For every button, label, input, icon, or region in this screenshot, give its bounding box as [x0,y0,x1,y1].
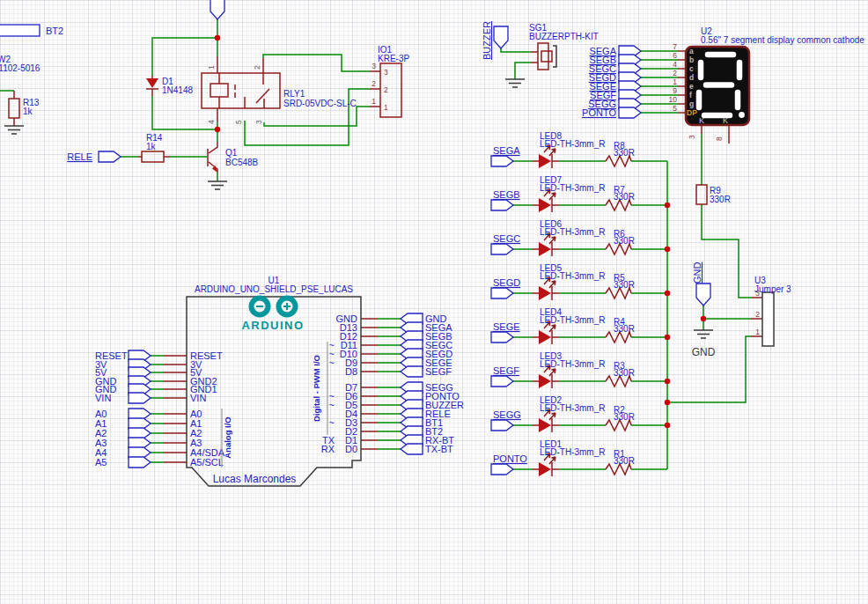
led-part[interactable]: LED-TH-3mm_R [540,447,605,457]
segment-letter-c: c [689,64,694,73]
q1-ref[interactable]: Q1 [225,148,238,158]
buzzer-net-flag[interactable] [494,26,508,48]
net-flag[interactable] [129,393,151,403]
io1-part[interactable]: KRE-3P [378,54,409,63]
led-row-net[interactable]: SEGC [493,233,520,244]
net-flag[interactable] [491,244,513,254]
diode-d1[interactable] [146,78,158,88]
w2-part-label[interactable]: -1102-5016 [0,63,40,73]
led-row-net[interactable]: SEGA [493,145,520,156]
led-part[interactable]: LED-TH-3mm_R [540,227,605,237]
led-row-net[interactable]: SEGE [493,321,520,332]
led-part[interactable]: LED-TH-3mm_R [540,359,605,369]
jumper-u3[interactable] [762,292,774,346]
bt2-net-label[interactable]: BT2 [46,26,63,36]
led-part[interactable]: LED-TH-3mm_R [540,271,605,281]
net-flag[interactable] [129,418,151,429]
net-flag[interactable] [491,332,513,343]
led-row-net[interactable]: SEGB [493,189,520,200]
d1-part[interactable]: 1N4148 [162,85,193,95]
rly1-part[interactable]: SRD-05VDC-SL-C [283,99,357,108]
net-flag[interactable] [401,366,423,377]
res-value[interactable]: 330R [614,412,635,422]
res-value[interactable]: 330R [614,148,635,158]
sg1-part[interactable]: BUZZERPTH-KIT [529,32,599,41]
res-value[interactable]: 330R [614,456,635,466]
transistor-q1[interactable] [208,142,217,173]
net-flag[interactable] [491,200,513,210]
net-flag[interactable] [129,457,151,468]
net-flag[interactable] [491,464,513,475]
res-value[interactable]: 330R [614,236,635,246]
ground-symbol[interactable] [505,79,525,87]
resistor-r14[interactable] [142,151,164,162]
net-flag[interactable] [401,444,423,454]
led-part[interactable]: LED-TH-3mm_R [540,139,605,149]
arduino-signature[interactable]: Lucas Marcondes [213,473,297,485]
u3-pin1-number: 1 [755,328,760,336]
led-row-net[interactable]: PONTO [493,453,527,464]
resistor-r13[interactable] [9,99,19,118]
led-part[interactable]: LED-TH-3mm_R [540,403,605,413]
rly1-pin3-number: 3 [254,120,263,124]
ground-symbol[interactable] [4,126,24,134]
u2-pin-number: 5 [673,104,677,113]
res-value[interactable]: 330R [614,324,635,334]
rele-net-label[interactable]: RELE [67,151,92,162]
io1-pin2-number: 2 [371,79,376,88]
led-row-net[interactable]: SEGD [493,277,520,288]
rele-net-flag[interactable] [99,151,121,162]
net-flag[interactable] [129,447,151,458]
net-flag[interactable] [129,438,151,448]
res-value[interactable]: 330R [614,280,635,290]
gnd-text-label[interactable]: GND [692,346,716,358]
power-net-flag-top[interactable] [210,0,224,19]
net-flag[interactable] [491,288,513,298]
pin-vin: VIN [190,393,206,403]
relay-rly1[interactable] [202,73,280,108]
port-segf[interactable]: SEGF [425,366,452,377]
net-flag[interactable] [491,376,513,387]
r9-value[interactable]: 330R [710,195,731,204]
u2-pin-number: 2 [673,69,677,77]
ground-symbol[interactable] [694,330,713,338]
ground-symbol[interactable] [208,181,227,189]
r13-value[interactable]: 1k [23,107,33,116]
net-flag[interactable] [129,428,151,438]
rly1-ref[interactable]: RLY1 [283,89,305,99]
q1-part[interactable]: BC548B [225,158,259,167]
u2-pin-number: 6 [673,51,677,60]
resistor-r9[interactable] [696,185,707,204]
port-tx-bt[interactable]: TX-BT [425,444,453,454]
buzzer-sg1[interactable] [538,43,556,70]
port-a5[interactable]: A5 [95,457,107,468]
u2-pin-number: 1 [673,77,677,86]
gnd-net-flag[interactable] [696,284,710,306]
io1-pin1-name: 1 [384,103,388,112]
net-flag[interactable] [129,409,151,419]
u3-pin3-number: 3 [755,289,760,298]
bt2-port-box[interactable] [0,25,40,36]
led-part[interactable]: LED-TH-3mm_R [540,315,605,325]
u1-part[interactable]: ARDUINO_UNO_SHIELD_PSE_LUCAS [195,284,353,294]
buzzer-net-label[interactable]: BUZZER [482,21,492,60]
arduino-logo [252,298,296,315]
net-flag[interactable] [491,420,513,431]
u2-part[interactable]: 0.56" 7 segment display common cathode [701,35,864,45]
u3-part[interactable]: Jumper 3 [754,284,791,294]
port-vin[interactable]: VIN [95,393,111,403]
res-value[interactable]: 330R [614,192,635,202]
seven-segment-display-u2[interactable]: a b c d e f g DP K K [686,47,749,125]
u2-pin-number: 4 [673,60,677,69]
led-part[interactable]: LED-TH-3mm_R [540,183,605,193]
led-row-net[interactable]: SEGG [493,409,521,420]
gnd-net-label[interactable]: GND [692,262,702,284]
u2-pin-number: 9 [673,86,677,95]
net-flag[interactable] [491,156,513,166]
led-row-net[interactable]: SEGF [493,365,519,376]
r14-value[interactable]: 1k [146,142,157,151]
res-value[interactable]: 330R [614,368,635,378]
segment-letter-f: f [689,91,692,99]
net-flag[interactable] [619,107,641,118]
net-label-ponto[interactable]: PONTO [582,107,616,118]
